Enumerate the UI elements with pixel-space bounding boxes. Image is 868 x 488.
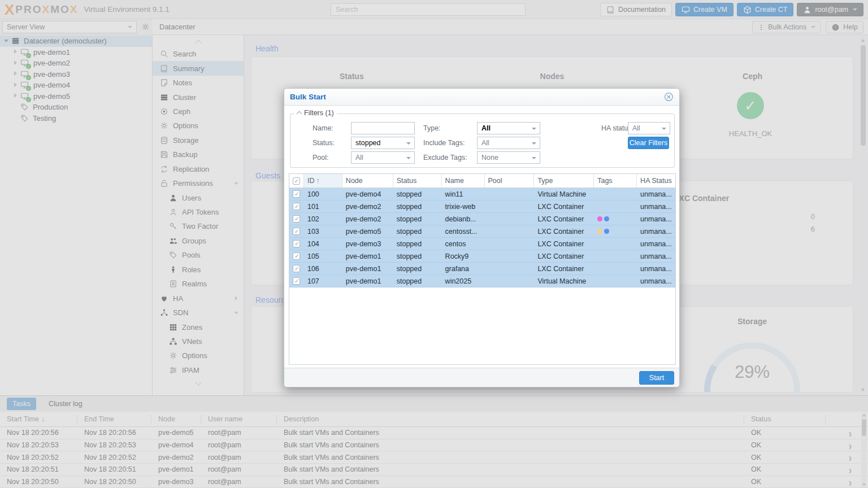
column-header-pool[interactable]: Pool [485,174,535,188]
cell-pool [485,263,535,274]
row-checkbox[interactable] [293,215,300,223]
cell-pool [485,225,535,237]
tag-dot-icon [597,229,602,234]
include-tags-filter-select[interactable]: All [477,137,540,149]
cell-node: pve-demo2 [342,213,393,225]
dialog-header: Bulk Start [284,89,679,106]
cell-id: 102 [304,213,342,225]
status-filter-select[interactable]: stopped [351,137,415,149]
cell-type: LXC Container [534,213,594,225]
include-tags-filter-value: All [481,139,489,147]
cell-select [289,213,304,225]
cell-pool [485,188,535,200]
cell-status: stopped [393,225,442,237]
dialog-footer: Start [284,368,679,387]
column-header-name[interactable]: Name [442,174,485,188]
cell-select [289,238,304,250]
cell-id: 106 [304,263,342,274]
cell-select [289,225,304,237]
exclude-tags-filter-select[interactable]: None [477,151,540,164]
type-filter-select[interactable]: All [477,122,540,134]
cell-tags [594,201,637,212]
exclude-tags-filter-value: None [481,154,498,162]
vm-row-100[interactable]: 100pve-demo4stoppedwin11Virtual Machineu… [289,188,675,201]
select-all-checkbox[interactable] [293,177,300,185]
cell-select [289,188,304,200]
proxmox-app: X PROXMOX Virtual Environment 9.1.1 Docu… [0,0,868,488]
cell-status: stopped [393,213,442,225]
cell-type: LXC Container [534,225,594,237]
clear-filters-button[interactable]: Clear Filters [628,137,669,149]
filters-legend[interactable]: Filters (1) [294,109,337,117]
cell-name: trixie-web [442,201,485,212]
cell-name: centos [442,238,485,250]
cell-name: debianb... [442,213,485,225]
row-checkbox[interactable] [293,240,300,247]
pool-filter-value: All [355,154,363,162]
cell-tags [594,225,637,237]
status-filter-value: stopped [355,139,380,147]
collapse-chevron-icon[interactable] [297,111,302,117]
row-checkbox[interactable] [293,228,300,235]
vm-row-101[interactable]: 101pve-demo2stoppedtrixie-webLXC Contain… [289,201,675,213]
vm-row-106[interactable]: 106pve-demo1stoppedgrafanaLXC Containeru… [289,263,675,275]
cell-node: pve-demo3 [342,238,393,250]
cell-status: stopped [393,263,442,274]
column-header-tags[interactable]: Tags [594,174,637,188]
cell-node: pve-demo5 [342,225,393,237]
cell-ha-status: unmana... [637,250,675,262]
column-header-ha-status[interactable]: HA Status [637,174,675,188]
column-header-id[interactable]: ID [304,174,342,188]
row-checkbox[interactable] [293,277,300,285]
row-checkbox[interactable] [293,252,300,260]
bulk-start-dialog: Bulk Start Filters (1) Name: Type: All H… [284,88,680,387]
cell-pool [485,238,535,250]
vm-row-107[interactable]: 107pve-demo1stoppedwin2025Virtual Machin… [289,275,675,287]
cell-pool [485,250,535,262]
pool-filter-label: Pool: [313,154,329,162]
cell-node: pve-demo1 [342,263,393,274]
vm-row-104[interactable]: 104pve-demo3stoppedcentosLXC Containerun… [289,238,675,250]
cell-tags [594,188,637,200]
cell-pool [485,201,535,212]
tag-dot-icon [597,216,602,221]
cell-id: 100 [304,188,342,200]
column-header-node[interactable]: Node [342,174,393,188]
vm-row-102[interactable]: 102pve-demo2stoppeddebianb...LXC Contain… [289,213,675,225]
cell-status: stopped [393,250,442,262]
row-checkbox[interactable] [293,203,300,210]
vm-row-103[interactable]: 103pve-demo5stoppedcentosst...LXC Contai… [289,225,675,238]
ha-status-filter-value: All [632,124,640,132]
cell-name: centosst... [442,225,485,237]
vm-row-105[interactable]: 105pve-demo1stoppedRocky9LXC Containerun… [289,250,675,263]
name-filter-input[interactable] [351,122,415,134]
column-header-type[interactable]: Type [534,174,594,188]
cell-type: LXC Container [534,201,594,212]
cell-tags [594,263,637,274]
row-checkbox[interactable] [293,265,300,272]
cell-select [289,263,304,274]
cell-node: pve-demo2 [342,201,393,212]
cell-name: win11 [442,188,485,200]
close-icon[interactable] [664,92,674,102]
filters-legend-label: Filters (1) [304,109,334,117]
cell-id: 107 [304,275,342,287]
grid-rows: 100pve-demo4stoppedwin11Virtual Machineu… [289,188,675,287]
ha-status-filter-select[interactable]: All [628,122,670,134]
cell-tags [594,213,637,225]
cell-status: stopped [393,238,442,250]
cell-ha-status: unmana... [637,188,675,200]
cell-node: pve-demo4 [342,188,393,200]
cell-type: LXC Container [534,238,594,250]
column-header-select-all[interactable] [289,174,304,188]
column-header-status[interactable]: Status [393,174,442,188]
row-checkbox[interactable] [293,190,300,198]
name-filter-label: Name: [313,124,333,132]
cell-tags [594,275,637,287]
cell-select [289,250,304,262]
tag-dot-icon [604,216,609,221]
cell-node: pve-demo1 [342,250,393,262]
pool-filter-select[interactable]: All [351,151,415,164]
start-button[interactable]: Start [639,371,674,385]
cell-type: Virtual Machine [534,188,594,200]
